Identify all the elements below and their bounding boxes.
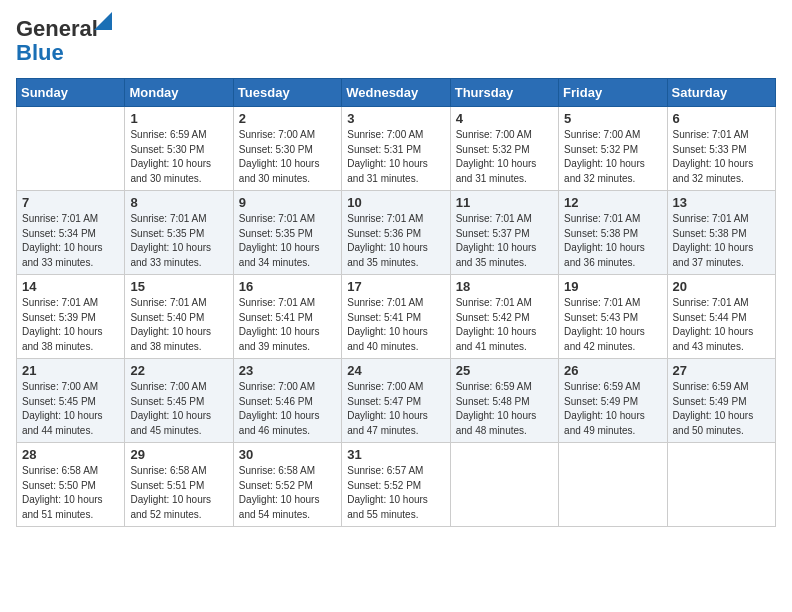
calendar-cell: 26Sunrise: 6:59 AMSunset: 5:49 PMDayligh… [559,359,667,443]
cell-info: Sunrise: 7:00 AMSunset: 5:47 PMDaylight:… [347,380,444,438]
cell-info: Sunrise: 6:58 AMSunset: 5:52 PMDaylight:… [239,464,336,522]
calendar-cell: 16Sunrise: 7:01 AMSunset: 5:41 PMDayligh… [233,275,341,359]
logo-bird-icon [94,12,112,30]
calendar-cell: 22Sunrise: 7:00 AMSunset: 5:45 PMDayligh… [125,359,233,443]
day-number: 17 [347,279,444,294]
cell-info: Sunrise: 7:01 AMSunset: 5:38 PMDaylight:… [673,212,770,270]
day-number: 14 [22,279,119,294]
calendar-week-row: 28Sunrise: 6:58 AMSunset: 5:50 PMDayligh… [17,443,776,527]
day-number: 27 [673,363,770,378]
cell-info: Sunrise: 7:01 AMSunset: 5:39 PMDaylight:… [22,296,119,354]
calendar-week-row: 21Sunrise: 7:00 AMSunset: 5:45 PMDayligh… [17,359,776,443]
cell-info: Sunrise: 6:58 AMSunset: 5:51 PMDaylight:… [130,464,227,522]
cell-info: Sunrise: 7:01 AMSunset: 5:35 PMDaylight:… [130,212,227,270]
svg-marker-0 [94,12,112,30]
day-number: 23 [239,363,336,378]
calendar-week-row: 7Sunrise: 7:01 AMSunset: 5:34 PMDaylight… [17,191,776,275]
calendar-cell: 30Sunrise: 6:58 AMSunset: 5:52 PMDayligh… [233,443,341,527]
calendar-week-row: 14Sunrise: 7:01 AMSunset: 5:39 PMDayligh… [17,275,776,359]
calendar-cell: 15Sunrise: 7:01 AMSunset: 5:40 PMDayligh… [125,275,233,359]
calendar-cell: 9Sunrise: 7:01 AMSunset: 5:35 PMDaylight… [233,191,341,275]
day-number: 16 [239,279,336,294]
calendar-cell: 17Sunrise: 7:01 AMSunset: 5:41 PMDayligh… [342,275,450,359]
day-header-sunday: Sunday [17,79,125,107]
calendar-cell: 28Sunrise: 6:58 AMSunset: 5:50 PMDayligh… [17,443,125,527]
day-header-wednesday: Wednesday [342,79,450,107]
cell-info: Sunrise: 6:59 AMSunset: 5:30 PMDaylight:… [130,128,227,186]
calendar-cell [450,443,558,527]
cell-info: Sunrise: 7:00 AMSunset: 5:45 PMDaylight:… [22,380,119,438]
calendar-cell: 23Sunrise: 7:00 AMSunset: 5:46 PMDayligh… [233,359,341,443]
cell-info: Sunrise: 7:01 AMSunset: 5:43 PMDaylight:… [564,296,661,354]
calendar-cell: 8Sunrise: 7:01 AMSunset: 5:35 PMDaylight… [125,191,233,275]
calendar-cell: 19Sunrise: 7:01 AMSunset: 5:43 PMDayligh… [559,275,667,359]
day-number: 11 [456,195,553,210]
cell-info: Sunrise: 7:00 AMSunset: 5:45 PMDaylight:… [130,380,227,438]
calendar-body: 1Sunrise: 6:59 AMSunset: 5:30 PMDaylight… [17,107,776,527]
day-header-thursday: Thursday [450,79,558,107]
cell-info: Sunrise: 7:01 AMSunset: 5:41 PMDaylight:… [239,296,336,354]
day-number: 7 [22,195,119,210]
cell-info: Sunrise: 7:01 AMSunset: 5:42 PMDaylight:… [456,296,553,354]
day-number: 30 [239,447,336,462]
day-number: 21 [22,363,119,378]
calendar-cell [667,443,775,527]
cell-info: Sunrise: 7:01 AMSunset: 5:35 PMDaylight:… [239,212,336,270]
day-number: 18 [456,279,553,294]
day-number: 9 [239,195,336,210]
calendar-header-row: SundayMondayTuesdayWednesdayThursdayFrid… [17,79,776,107]
day-header-saturday: Saturday [667,79,775,107]
calendar-cell: 4Sunrise: 7:00 AMSunset: 5:32 PMDaylight… [450,107,558,191]
cell-info: Sunrise: 7:01 AMSunset: 5:33 PMDaylight:… [673,128,770,186]
cell-info: Sunrise: 7:01 AMSunset: 5:38 PMDaylight:… [564,212,661,270]
calendar-cell: 20Sunrise: 7:01 AMSunset: 5:44 PMDayligh… [667,275,775,359]
day-number: 2 [239,111,336,126]
calendar-week-row: 1Sunrise: 6:59 AMSunset: 5:30 PMDaylight… [17,107,776,191]
calendar-cell: 10Sunrise: 7:01 AMSunset: 5:36 PMDayligh… [342,191,450,275]
cell-info: Sunrise: 7:01 AMSunset: 5:41 PMDaylight:… [347,296,444,354]
calendar-cell: 7Sunrise: 7:01 AMSunset: 5:34 PMDaylight… [17,191,125,275]
day-number: 8 [130,195,227,210]
cell-info: Sunrise: 6:59 AMSunset: 5:48 PMDaylight:… [456,380,553,438]
day-number: 29 [130,447,227,462]
day-number: 28 [22,447,119,462]
cell-info: Sunrise: 7:01 AMSunset: 5:44 PMDaylight:… [673,296,770,354]
calendar-cell: 27Sunrise: 6:59 AMSunset: 5:49 PMDayligh… [667,359,775,443]
calendar-table: SundayMondayTuesdayWednesdayThursdayFrid… [16,78,776,527]
day-number: 10 [347,195,444,210]
day-number: 15 [130,279,227,294]
calendar-cell: 12Sunrise: 7:01 AMSunset: 5:38 PMDayligh… [559,191,667,275]
day-number: 6 [673,111,770,126]
cell-info: Sunrise: 7:00 AMSunset: 5:31 PMDaylight:… [347,128,444,186]
calendar-cell: 6Sunrise: 7:01 AMSunset: 5:33 PMDaylight… [667,107,775,191]
day-header-monday: Monday [125,79,233,107]
cell-info: Sunrise: 6:57 AMSunset: 5:52 PMDaylight:… [347,464,444,522]
calendar-cell: 31Sunrise: 6:57 AMSunset: 5:52 PMDayligh… [342,443,450,527]
day-number: 1 [130,111,227,126]
calendar-cell: 24Sunrise: 7:00 AMSunset: 5:47 PMDayligh… [342,359,450,443]
calendar-cell: 5Sunrise: 7:00 AMSunset: 5:32 PMDaylight… [559,107,667,191]
cell-info: Sunrise: 7:01 AMSunset: 5:34 PMDaylight:… [22,212,119,270]
calendar-cell: 14Sunrise: 7:01 AMSunset: 5:39 PMDayligh… [17,275,125,359]
page-header: General Blue [16,16,776,66]
cell-info: Sunrise: 6:58 AMSunset: 5:50 PMDaylight:… [22,464,119,522]
day-number: 22 [130,363,227,378]
logo: General Blue [16,16,98,66]
cell-info: Sunrise: 7:00 AMSunset: 5:30 PMDaylight:… [239,128,336,186]
day-number: 20 [673,279,770,294]
cell-info: Sunrise: 7:00 AMSunset: 5:32 PMDaylight:… [456,128,553,186]
cell-info: Sunrise: 7:00 AMSunset: 5:32 PMDaylight:… [564,128,661,186]
day-number: 13 [673,195,770,210]
cell-info: Sunrise: 6:59 AMSunset: 5:49 PMDaylight:… [673,380,770,438]
day-number: 4 [456,111,553,126]
day-number: 5 [564,111,661,126]
calendar-cell: 3Sunrise: 7:00 AMSunset: 5:31 PMDaylight… [342,107,450,191]
cell-info: Sunrise: 7:01 AMSunset: 5:37 PMDaylight:… [456,212,553,270]
logo-blue: Blue [16,40,64,66]
day-number: 12 [564,195,661,210]
day-number: 26 [564,363,661,378]
day-number: 31 [347,447,444,462]
calendar-cell: 29Sunrise: 6:58 AMSunset: 5:51 PMDayligh… [125,443,233,527]
cell-info: Sunrise: 7:01 AMSunset: 5:36 PMDaylight:… [347,212,444,270]
day-header-friday: Friday [559,79,667,107]
